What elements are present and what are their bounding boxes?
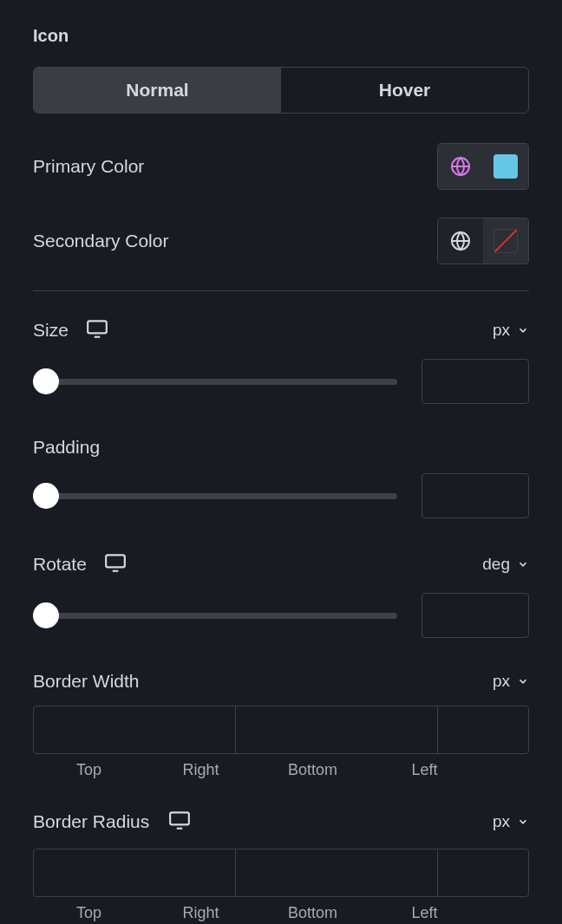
rotate-section: Rotate deg [33,551,529,638]
size-slider[interactable] [33,369,397,394]
responsive-icon[interactable] [168,809,191,835]
section-title: Icon [33,26,529,46]
slider-track [33,493,397,499]
border-width-side-labels: Top Right Bottom Left [33,761,529,779]
globe-icon [450,156,471,177]
rotate-slider[interactable] [33,603,397,628]
border-radius-unit-label: px [493,812,510,831]
border-radius-right-input[interactable] [236,849,438,896]
border-radius-inputs [33,849,529,897]
slider-thumb[interactable] [33,602,59,628]
side-label-left: Left [369,761,480,779]
responsive-icon[interactable] [86,317,108,343]
size-section: Size px [33,317,529,404]
svg-rect-6 [106,555,125,567]
rotate-input[interactable] [422,593,529,638]
primary-color-global-button[interactable] [438,144,483,189]
side-label-top: Top [33,761,145,779]
border-radius-top-input[interactable] [34,849,236,896]
size-label: Size [33,320,69,341]
divider [33,290,529,291]
padding-section: Padding [33,437,529,518]
slider-track [33,379,397,385]
slider-track [33,613,397,619]
border-radius-side-labels: Top Right Bottom Left [33,904,529,922]
responsive-icon[interactable] [104,551,127,577]
tab-hover[interactable]: Hover [281,68,528,113]
primary-color-chip [493,154,518,179]
slider-thumb[interactable] [33,368,59,394]
chevron-down-icon [517,324,529,336]
rotate-unit-selector[interactable]: deg [482,555,529,574]
no-color-icon [493,229,518,253]
border-radius-label: Border Radius [33,811,149,832]
secondary-color-global-button[interactable] [438,218,483,264]
border-width-section: Border Width px Top Right Bottom Left [33,671,529,779]
border-radius-unit-selector[interactable]: px [493,812,529,831]
primary-color-label: Primary Color [33,156,144,177]
padding-input[interactable] [422,473,529,518]
svg-rect-4 [88,321,107,333]
size-input[interactable] [422,359,529,404]
slider-thumb[interactable] [33,483,59,509]
border-width-label: Border Width [33,671,140,692]
side-label-left: Left [369,904,480,922]
border-radius-bottom-input[interactable] [438,849,529,896]
primary-color-row: Primary Color [33,143,529,190]
secondary-color-row: Secondary Color [33,218,529,264]
padding-label: Padding [33,437,100,458]
rotate-label: Rotate [33,554,87,575]
primary-color-control [437,143,529,190]
side-label-bottom: Bottom [257,761,369,779]
chevron-down-icon [517,675,529,687]
svg-rect-8 [170,812,189,824]
side-label-right: Right [145,904,257,922]
tab-switcher: Normal Hover [33,67,529,114]
secondary-color-swatch[interactable] [483,218,528,264]
border-width-right-input[interactable] [236,706,438,753]
border-width-bottom-input[interactable] [438,706,529,753]
side-label-top: Top [33,904,145,922]
tab-normal[interactable]: Normal [34,68,281,113]
border-radius-section: Border Radius px Top Right Bottom Left [33,809,529,922]
size-unit-selector[interactable]: px [493,321,529,340]
border-width-inputs [33,706,529,754]
chevron-down-icon [517,816,529,828]
border-width-unit-label: px [493,672,510,691]
size-unit-label: px [493,321,510,340]
secondary-color-label: Secondary Color [33,231,168,251]
rotate-unit-label: deg [482,555,510,574]
side-label-right: Right [145,761,257,779]
border-width-top-input[interactable] [34,706,236,753]
border-width-unit-selector[interactable]: px [493,672,529,691]
globe-icon [450,231,471,251]
secondary-color-control [437,218,529,264]
primary-color-swatch[interactable] [483,144,528,189]
padding-slider[interactable] [33,484,397,508]
chevron-down-icon [517,558,529,570]
side-label-bottom: Bottom [257,904,369,922]
